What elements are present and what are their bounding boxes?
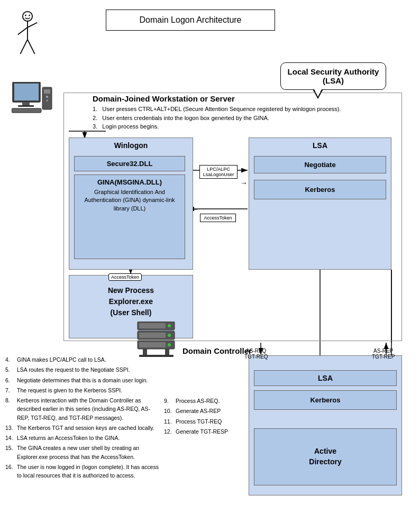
computer-icon	[12, 82, 54, 114]
lsa-main-label: LSA	[249, 138, 391, 152]
svg-point-17	[25, 15, 26, 16]
svg-point-38	[168, 334, 171, 337]
svg-rect-26	[22, 102, 30, 105]
dc-ad-box: Active Directory	[254, 428, 397, 485]
svg-rect-40	[139, 342, 166, 347]
right-note-item: 11.Process TGT-REQ	[164, 417, 249, 426]
lpc-arrow-label: LPC/ALPC LsaLogonUser →	[189, 165, 248, 187]
left-note-item: 6.Negotiate determines that this is a do…	[5, 376, 159, 384]
left-note-item: 16.The user is now logged in (logon comp…	[5, 463, 159, 480]
svg-rect-30	[44, 89, 50, 94]
left-note-item: 4.GINA makes LPC/ALPC call to LSA.	[5, 355, 159, 364]
svg-point-41	[168, 343, 171, 346]
step-3: 3. Login process begins.	[93, 122, 341, 131]
left-note-item: 7.The request is given to the Kerberos S…	[5, 386, 159, 394]
svg-rect-27	[18, 105, 34, 107]
lsa-bubble-text2: (LSA)	[323, 76, 344, 85]
svg-point-32	[47, 100, 48, 102]
svg-point-31	[46, 96, 48, 98]
svg-line-20	[18, 27, 28, 35]
svg-line-22	[20, 40, 28, 54]
svg-rect-28	[12, 108, 41, 113]
svg-line-21	[28, 23, 37, 27]
stick-figure	[12, 11, 43, 63]
gina-box: GINA(MSGINA.DLL) Graphical Identificatio…	[74, 175, 185, 259]
dc-lsa-box: LSA	[254, 370, 397, 386]
winlogon-label: Winlogon	[69, 138, 193, 152]
gina-title: GINA(MSGINA.DLL)	[77, 178, 182, 186]
svg-point-18	[29, 15, 30, 16]
asrep-label: AS-REP TGT-REP	[372, 348, 395, 360]
right-note-item: 10.Generate AS-REP	[164, 407, 249, 415]
access-token-arrow-label: ← AccessToken	[191, 205, 244, 222]
svg-rect-25	[14, 84, 39, 100]
lsa-speech-bubble: Local Security Authority (LSA)	[280, 62, 386, 90]
left-note-item: 5.LSA routes the request to the Negotiat…	[5, 365, 159, 374]
dc-label: Domain Controller	[182, 346, 252, 355]
step-1: 1. User presses CTRL+ALT+DEL (Secure Att…	[93, 105, 341, 114]
negotiate-box: Negotiate	[254, 156, 386, 173]
kerberos-top-box: Kerberos	[254, 180, 386, 199]
svg-rect-34	[139, 323, 166, 328]
right-note-item: 9.Process AS-REQ.	[164, 397, 249, 405]
secure32-box: Secure32.DLL	[74, 156, 185, 171]
access-token-label-2: AccessToken	[108, 273, 142, 281]
gina-desc: Graphical Identification And Authenticat…	[77, 188, 182, 213]
svg-point-35	[168, 324, 171, 327]
new-process-label: New Process Explorer.exe (User Shell)	[69, 276, 193, 318]
svg-line-23	[28, 40, 35, 54]
left-note-item: 15.The GINA creates a new user shell by …	[5, 444, 159, 461]
lsa-bubble-text1: Local Security Authority	[288, 67, 379, 76]
right-notes: 9.Process AS-REQ.10.Generate AS-REP11.Pr…	[164, 397, 249, 437]
left-note-item: 8.Kerberos interaction with the Domain C…	[5, 396, 159, 422]
step-2: 2. User enters credentials into the logo…	[93, 114, 341, 123]
asreq-label: AS-REQ TGT-REQ	[244, 348, 268, 360]
steps-1-3: 1. User presses CTRL+ALT+DEL (Secure Att…	[93, 105, 341, 131]
left-note-item: 13.The Kerberos TGT and session keys are…	[5, 424, 159, 432]
diagram-title: Domain Logon Architecture	[106, 10, 275, 31]
left-notes: 4.GINA makes LPC/ALPC call to LSA.5.LSA …	[5, 355, 159, 481]
server-icon	[135, 322, 177, 359]
svg-rect-42	[143, 349, 147, 355]
left-note-item: 14.LSA returns an AccessToken to the GIN…	[5, 434, 159, 442]
svg-rect-43	[165, 349, 169, 355]
dc-kerberos-box: Kerberos	[254, 390, 397, 410]
svg-point-16	[23, 12, 32, 21]
svg-rect-37	[139, 333, 166, 338]
workstation-label: Domain-Joined Workstation or Server	[93, 94, 235, 103]
right-note-item: 12.Generate TGT-RESP	[164, 427, 249, 436]
